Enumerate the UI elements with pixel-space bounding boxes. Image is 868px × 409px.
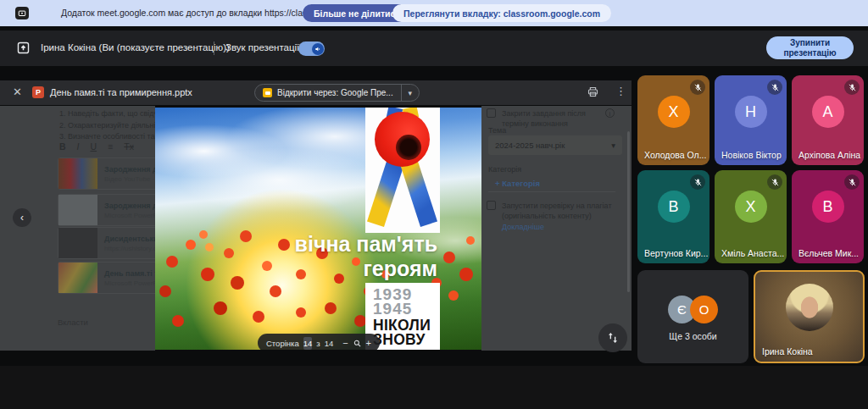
attachment-title: День памя.ті та... xyxy=(104,269,155,278)
scrollbar[interactable] xyxy=(627,131,630,292)
memorial-text: вічна пам'ять героям xyxy=(295,232,437,281)
topic-label: Тема xyxy=(488,126,506,135)
open-with-label: Відкрити через: Google Пре... xyxy=(277,88,393,97)
bold-icon[interactable]: B xyxy=(59,141,66,152)
close-icon[interactable]: ✕ xyxy=(13,86,22,98)
info-icon: i xyxy=(605,108,615,118)
attachment-thumbnail xyxy=(58,158,97,189)
memorial-line2: героям xyxy=(295,257,437,281)
chevron-left-icon: ‹ xyxy=(20,212,24,224)
italic-icon[interactable]: I xyxy=(77,141,80,152)
attachment-title: Зародження ди... xyxy=(104,202,155,210)
view-tab-button[interactable]: Переглянути вкладку: classroom.google.co… xyxy=(392,4,611,22)
presenting-bar: Ірина Кокіна (Ви (показуєте презентацію)… xyxy=(0,30,868,66)
participant-tile[interactable]: Х Холодова Ол... xyxy=(637,75,709,165)
stop-presentation-button[interactable]: Зупинити презентацію xyxy=(766,36,854,59)
print-icon[interactable] xyxy=(587,86,599,98)
self-camera-image xyxy=(786,284,833,331)
format-toolbar: B I U ≡ Tx xyxy=(59,141,134,152)
participant-name: Новіков Віктор xyxy=(721,150,782,160)
file-name: День памя.ті та примирення.pptx xyxy=(50,87,192,97)
participant-tile[interactable]: Н Новіков Віктор xyxy=(715,75,787,165)
swap-vertical-icon xyxy=(606,331,620,345)
memorial-line1: вічна пам'ять xyxy=(295,232,437,257)
attachment-card[interactable]: Зародження ди... Microsoft PowerP... xyxy=(58,194,155,226)
attachment-card[interactable]: Дисидентський... https://ushistory.c... xyxy=(58,227,155,259)
self-view-tile[interactable]: Ірина Кокіна xyxy=(754,270,865,363)
add-category-button[interactable]: + Категорія xyxy=(488,175,615,192)
participant-tile[interactable]: Х Хміль Анаста... xyxy=(715,170,787,263)
page-number-input[interactable]: 14 xyxy=(303,337,313,350)
topic-select[interactable]: 2024-2025 навч.рік ▾ xyxy=(488,135,622,155)
attachment-subtitle: https://ushistory.c... xyxy=(104,245,155,252)
topic-value: 2024-2025 навч.рік xyxy=(495,141,565,150)
presenting-icon xyxy=(16,41,31,55)
swap-vertical-button[interactable] xyxy=(598,323,627,352)
zoom-in-icon[interactable]: + xyxy=(366,338,371,348)
mic-off-icon xyxy=(767,174,782,190)
plagiarism-checkbox[interactable] xyxy=(487,201,496,210)
divider xyxy=(214,41,214,55)
mic-off-icon xyxy=(767,80,782,95)
attachment-thumbnail xyxy=(58,195,97,225)
page-total: 14 xyxy=(325,339,334,348)
participant-tile[interactable]: В Вєльчев Мик... xyxy=(792,170,864,263)
poppy-emblem xyxy=(375,112,430,167)
presentation-audio-label: Звук презентації xyxy=(225,42,299,53)
participant-tile[interactable]: В Вертунов Кир... xyxy=(637,170,709,263)
learn-more-link[interactable]: Докладніше xyxy=(502,223,544,231)
poppy-center xyxy=(396,135,421,160)
screen-share-icon xyxy=(15,7,29,19)
attachment-card[interactable]: День памя.ті та... Microsoft PowerP... xyxy=(58,262,155,294)
avatar: О xyxy=(690,296,718,323)
participant-name: Хміль Анаста... xyxy=(721,248,784,258)
avatar: Х xyxy=(735,191,767,223)
clear-format-icon[interactable]: Tx xyxy=(124,141,134,152)
page-toolbar: Сторінка 14 з 14 − + xyxy=(258,334,380,350)
list-icon[interactable]: ≡ xyxy=(108,141,113,152)
mic-off-icon xyxy=(690,80,705,95)
classroom-background-right: Закрити завдання після терміну виконання… xyxy=(481,106,632,351)
google-slides-icon xyxy=(263,88,272,97)
participant-name: Архіпова Аліна xyxy=(798,150,860,160)
close-after-due-checkbox[interactable] xyxy=(487,108,496,118)
zoom-out-icon[interactable]: − xyxy=(342,338,348,348)
presentation-audio-toggle[interactable] xyxy=(298,41,325,56)
caret-down-icon: ▾ xyxy=(611,141,615,150)
more-options-icon[interactable]: ⋮ xyxy=(615,85,626,97)
page-of-label: з xyxy=(316,339,320,348)
plagiarism-label: Запустити перевірку на плагіат (оригінал… xyxy=(502,201,622,221)
avatar: В xyxy=(658,191,690,223)
participant-name: Холодова Ол... xyxy=(644,150,706,160)
previous-slide-button[interactable]: ‹ xyxy=(13,208,31,227)
category-label: Категорія xyxy=(488,165,521,174)
more-people-tile[interactable]: Є О Ще 3 особи xyxy=(637,270,748,363)
page-label: Сторінка xyxy=(266,339,299,348)
presentation-slide: вічна пам'ять героям 1939 1945 НІКОЛИ ЗН… xyxy=(155,108,481,350)
stop-presentation-line1: Зупинити xyxy=(790,38,830,47)
open-with-caret-icon[interactable]: ▾ xyxy=(401,84,419,102)
never-line2: ЗНОВУ xyxy=(373,333,440,347)
zoom-icon[interactable] xyxy=(353,339,362,348)
pptx-viewer-header: ✕ P День памя.ті та примирення.pptx Відк… xyxy=(0,80,632,105)
task-list: 1. Наведіть факти, що свідчать пр 2. Оха… xyxy=(59,108,155,143)
attachment-card[interactable]: Зародження ди... Відео YouTube · 4 xyxy=(58,158,155,190)
self-name: Ірина Кокіна xyxy=(762,346,813,356)
presenter-name: Ірина Кокіна (Ви (показуєте презентацію)… xyxy=(41,42,230,53)
participant-name: Вертунов Кир... xyxy=(644,248,708,258)
tab-sharing-banner: Додаток meet.google.com має доступ до вк… xyxy=(0,0,868,26)
year-1945: 1945 xyxy=(373,301,440,316)
attachment-title: Дисидентський... xyxy=(104,235,155,243)
attach-label: Вкласти xyxy=(58,318,88,327)
speaker-icon xyxy=(312,43,324,55)
underline-icon[interactable]: U xyxy=(91,141,97,152)
more-people-label: Ще 3 особи xyxy=(637,331,748,341)
open-with-button[interactable]: Відкрити через: Google Пре... ▾ xyxy=(254,84,420,102)
poppies-graphic xyxy=(155,108,159,111)
attachment-thumbnail xyxy=(58,263,97,293)
mic-off-icon xyxy=(844,80,860,95)
mic-off-icon xyxy=(690,174,705,190)
attachment-subtitle: Microsoft PowerP... xyxy=(104,212,155,219)
ribbon-panel xyxy=(365,108,440,233)
participant-tile[interactable]: А Архіпова Аліна xyxy=(792,75,864,165)
